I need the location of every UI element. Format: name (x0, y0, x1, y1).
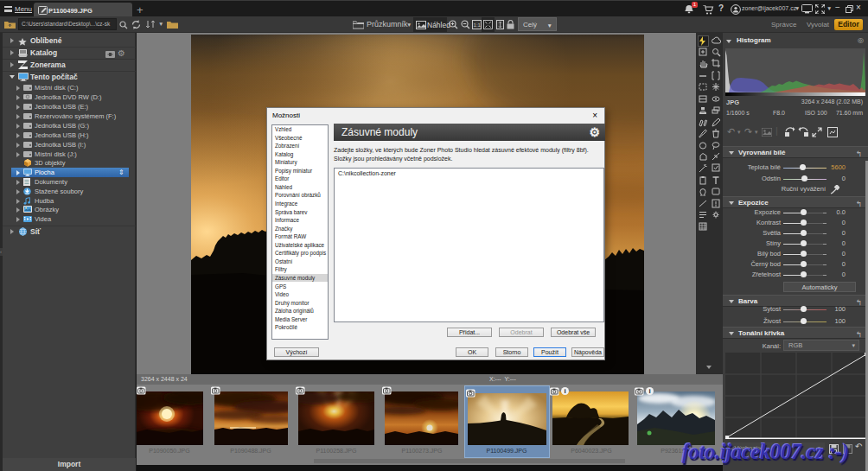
svg-text:1:1: 1:1 (474, 22, 482, 28)
